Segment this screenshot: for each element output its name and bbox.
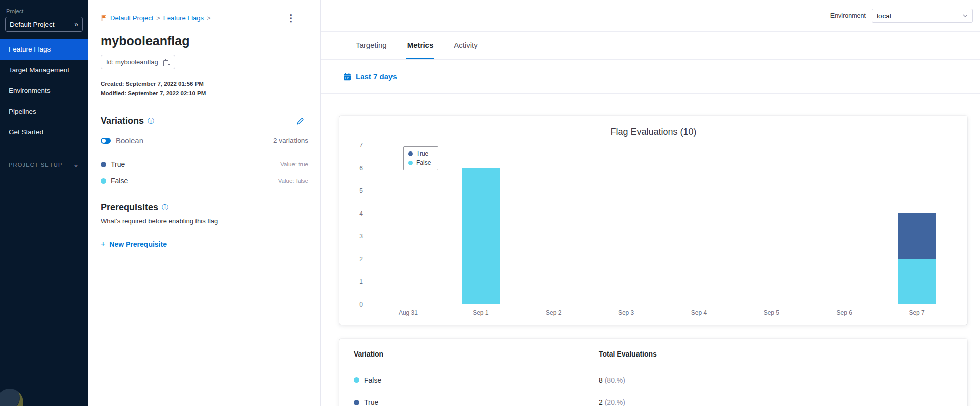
date-range-bar: Last 7 days xyxy=(321,60,980,94)
variation-value: Value: false xyxy=(278,178,308,184)
date-range-label: Last 7 days xyxy=(356,72,397,81)
new-prerequisite-button[interactable]: + New Prerequisite xyxy=(101,240,167,249)
date-range-button[interactable]: Last 7 days xyxy=(343,72,397,81)
variations-heading: Variations xyxy=(101,116,144,126)
environment-select[interactable]: local xyxy=(872,9,973,23)
variation-color-dot xyxy=(101,178,106,184)
y-axis-tick-label: 2 xyxy=(359,256,363,263)
prerequisites-heading: Prerequisites xyxy=(101,202,158,213)
copy-icon[interactable] xyxy=(163,59,170,66)
flag-id-text: Id: mybooleanflag xyxy=(106,58,158,66)
metrics-content: Flag Evaluations (10) 01234567 TrueFalse… xyxy=(321,94,980,406)
breadcrumb-separator: > xyxy=(207,14,211,22)
bar-slot xyxy=(880,213,953,304)
bar-slot xyxy=(445,168,517,304)
info-icon[interactable]: ⓘ xyxy=(162,204,168,211)
chart-body: 01234567 TrueFalse Aug 31Sep 1Sep 2Sep 3… xyxy=(354,145,953,318)
variation-row-false: False Value: false xyxy=(101,177,309,185)
variation-color-dot xyxy=(101,162,106,167)
bar-segment-false xyxy=(462,168,500,304)
chart-title: Flag Evaluations (10) xyxy=(354,127,953,137)
project-setup-toggle[interactable]: PROJECT SETUP ⌄ xyxy=(0,161,88,168)
variation-name: False xyxy=(111,177,128,185)
boolean-toggle-icon xyxy=(101,138,111,144)
table-cell-count: 8 xyxy=(599,376,603,384)
variation-color-dot xyxy=(354,400,359,405)
sidebar-item-feature-flags[interactable]: Feature Flags xyxy=(0,39,88,60)
legend-entry: True xyxy=(408,150,431,157)
chart-plot: TrueFalse xyxy=(372,145,953,304)
project-selector[interactable]: Default Project » xyxy=(5,17,83,32)
double-chevron-icon: » xyxy=(74,21,78,28)
breadcrumb-section-link[interactable]: Feature Flags xyxy=(163,14,204,22)
x-axis-label: Sep 4 xyxy=(663,309,736,316)
tab-activity[interactable]: Activity xyxy=(453,32,479,59)
table-row: False 8 (80.%) xyxy=(354,369,953,391)
variation-color-dot xyxy=(354,377,359,383)
project-label: Project xyxy=(6,8,88,14)
table-cell-percent: (20.%) xyxy=(605,398,625,406)
table-cell-count: 2 xyxy=(599,398,603,406)
bars-layer xyxy=(372,145,953,304)
table-header-row: Variation Total Evaluations xyxy=(354,339,953,369)
variations-section-head: Variations ⓘ xyxy=(101,116,309,126)
sidebar-item-target-management[interactable]: Target Management xyxy=(0,60,88,80)
x-axis-label: Sep 1 xyxy=(445,309,517,316)
environment-select-value: local xyxy=(877,12,891,20)
legend-label: False xyxy=(416,159,431,166)
variation-row-true: True Value: true xyxy=(101,160,309,168)
table-row: True 2 (20.%) xyxy=(354,391,953,406)
plus-icon: + xyxy=(101,240,105,249)
variation-type-label: Boolean xyxy=(116,136,143,145)
breadcrumb: Default Project > Feature Flags > ⋮ xyxy=(101,13,309,23)
prerequisites-description: What's required before enabling this fla… xyxy=(101,217,309,225)
legend-dot xyxy=(408,151,413,156)
chevron-down-icon xyxy=(963,14,968,17)
sidebar: Project Default Project » Feature Flags … xyxy=(0,0,88,406)
legend-dot xyxy=(408,161,413,165)
variation-value: Value: true xyxy=(280,161,308,167)
y-axis-tick-label: 7 xyxy=(359,142,363,149)
kebab-menu-icon[interactable]: ⋮ xyxy=(286,13,296,23)
created-date: Created: September 7, 2022 01:56 PM xyxy=(101,79,309,89)
main-content: Environment local Targeting Metrics Acti… xyxy=(321,0,980,406)
sidebar-item-pipelines[interactable]: Pipelines xyxy=(0,101,88,122)
calendar-icon xyxy=(343,73,351,81)
flag-evaluations-chart-card: Flag Evaluations (10) 01234567 TrueFalse… xyxy=(339,116,967,325)
flag-detail-panel: Default Project > Feature Flags > ⋮ mybo… xyxy=(88,0,321,406)
pencil-icon xyxy=(296,117,304,125)
breadcrumb-project-link[interactable]: Default Project xyxy=(110,14,153,22)
project-selector-value: Default Project xyxy=(10,21,55,28)
table-cell-variation: True xyxy=(364,398,378,406)
tab-metrics[interactable]: Metrics xyxy=(406,32,435,59)
x-axis-label: Sep 6 xyxy=(808,309,880,316)
table-header-total: Total Evaluations xyxy=(599,350,953,358)
x-axis-label: Sep 7 xyxy=(880,309,953,316)
variation-type-row: Boolean 2 variations xyxy=(101,136,309,151)
variation-count: 2 variations xyxy=(273,137,308,144)
environment-bar: Environment local xyxy=(321,0,980,32)
new-prerequisite-label: New Prerequisite xyxy=(109,240,167,248)
environment-label: Environment xyxy=(830,12,866,19)
prerequisites-section-head: Prerequisites ⓘ xyxy=(101,202,309,213)
chart-legend: TrueFalse xyxy=(403,146,438,170)
legend-entry: False xyxy=(408,159,431,166)
bar-segment-true xyxy=(898,213,936,259)
y-axis-tick-label: 6 xyxy=(359,165,363,172)
tab-targeting[interactable]: Targeting xyxy=(355,32,388,59)
sidebar-item-environments[interactable]: Environments xyxy=(0,80,88,101)
edit-variations-button[interactable] xyxy=(296,117,304,125)
modified-date: Modified: September 7, 2022 02:10 PM xyxy=(101,89,309,98)
sidebar-nav: Feature Flags Target Management Environm… xyxy=(0,39,88,142)
breadcrumb-separator: > xyxy=(156,14,160,22)
help-mascot[interactable] xyxy=(0,389,23,406)
variation-name: True xyxy=(111,160,125,168)
x-axis-label: Sep 2 xyxy=(517,309,590,316)
bar-segment-false xyxy=(898,259,936,304)
x-axis-label: Sep 3 xyxy=(590,309,663,316)
info-icon[interactable]: ⓘ xyxy=(148,118,154,124)
flag-title: mybooleanflag xyxy=(101,34,309,48)
flag-id-chip: Id: mybooleanflag xyxy=(101,55,175,69)
flag-meta: Created: September 7, 2022 01:56 PM Modi… xyxy=(101,79,309,98)
sidebar-item-get-started[interactable]: Get Started xyxy=(0,122,88,142)
